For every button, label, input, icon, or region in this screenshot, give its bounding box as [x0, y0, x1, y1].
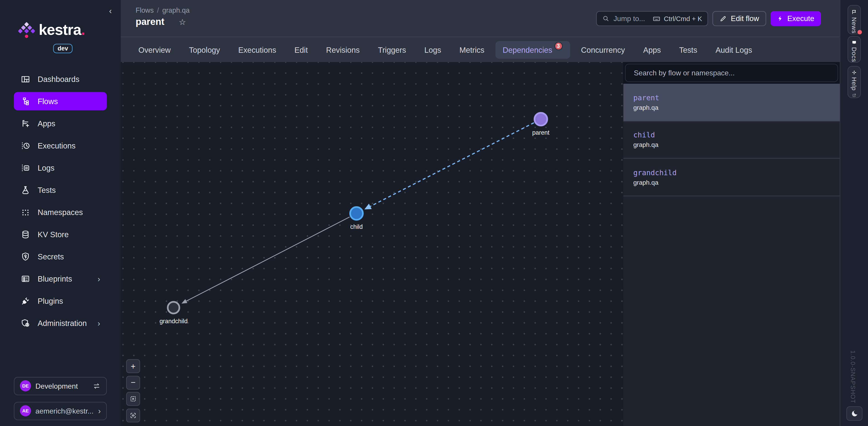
tab-triggers[interactable]: Triggers	[371, 41, 413, 58]
bolt-icon	[777, 15, 783, 22]
sidebar-item-logs[interactable]: Logs	[14, 159, 107, 177]
book-icon	[851, 40, 857, 45]
news-notification-dot	[857, 30, 862, 34]
sidebar-item-executions[interactable]: Executions	[14, 136, 107, 154]
news-button[interactable]: News	[847, 5, 861, 34]
sidebar-item-apps[interactable]: Apps	[14, 114, 107, 133]
sidebar-item-label: Administration	[38, 318, 87, 327]
fit-view-button[interactable]	[126, 408, 140, 422]
moon-icon	[850, 409, 858, 417]
flow-node-parent[interactable]	[534, 113, 547, 125]
tab-tests[interactable]: Tests	[672, 41, 705, 58]
sidebar-item-label: Secrets	[38, 252, 64, 261]
kestra-logo-text: kestra.	[39, 21, 85, 38]
dashed-box-x-icon	[129, 395, 137, 402]
news-label: News	[851, 18, 857, 34]
flow-node-grandchild[interactable]	[168, 302, 179, 313]
kestra-logo[interactable]: kestra.	[18, 21, 85, 39]
dependencies-search	[623, 62, 840, 84]
tab-logs[interactable]: Logs	[417, 41, 448, 58]
main-area: Flows/graph.qa parent ☆ Jump to... Ctrl/…	[121, 0, 840, 426]
dependency-list-item-grandchild[interactable]: grandchild graph.qa	[623, 159, 840, 196]
sidebar-item-label: Plugins	[38, 296, 63, 305]
sidebar-item-flows[interactable]: Flows	[14, 92, 107, 110]
search-icon	[602, 15, 610, 22]
keyboard-icon	[653, 15, 660, 22]
theme-toggle-button[interactable]	[846, 406, 862, 421]
external-link-icon	[851, 93, 857, 97]
clear-selection-button[interactable]	[126, 392, 140, 406]
docs-button[interactable]: Docs	[847, 36, 861, 63]
flow-tabs: Overview Topology Executions Edit Revisi…	[121, 37, 840, 62]
zoom-out-button[interactable]: −	[126, 375, 140, 389]
pencil-icon	[720, 15, 727, 22]
tab-dependencies[interactable]: Dependencies3	[495, 41, 570, 58]
dependency-flow-name: child	[633, 131, 830, 139]
sidebar-item-tests[interactable]: Tests	[14, 181, 107, 199]
dependency-namespace: graph.qa	[633, 104, 830, 111]
right-rail: News Docs Help 1.0.0-SNAPSHOT	[840, 0, 868, 426]
executions-icon	[21, 141, 31, 150]
sidebar-item-namespaces[interactable]: Namespaces	[14, 203, 107, 221]
sidebar-item-dashboards[interactable]: Dashboards	[14, 70, 107, 88]
dependency-namespace: graph.qa	[633, 141, 830, 148]
tab-revisions[interactable]: Revisions	[319, 41, 367, 58]
sidebar-item-label: Logs	[38, 163, 55, 172]
tab-overview[interactable]: Overview	[131, 41, 178, 58]
jump-to-shortcut: Ctrl/Cmd + K	[664, 15, 702, 22]
sidebar-item-secrets[interactable]: Secrets	[14, 247, 107, 265]
tab-topology[interactable]: Topology	[182, 41, 227, 58]
help-button[interactable]: Help	[847, 66, 861, 98]
sidebar-nav: Dashboards Flows Apps Executions	[0, 70, 121, 336]
secrets-icon	[21, 252, 31, 261]
sidebar-item-plugins[interactable]: Plugins	[14, 291, 107, 310]
tab-apps[interactable]: Apps	[636, 41, 668, 58]
workspace-switcher[interactable]: DE Development	[14, 377, 107, 395]
sidebar-item-label: Executions	[38, 141, 76, 150]
workspace-name: Development	[35, 381, 78, 390]
dependency-edge-child-grandchild	[186, 217, 349, 301]
sidebar-item-administration[interactable]: Administration ›	[14, 314, 107, 332]
user-avatar: AE	[20, 405, 31, 416]
execute-label: Execute	[787, 15, 814, 23]
dependency-edge-arrow	[182, 299, 187, 304]
breadcrumb-flows[interactable]: Flows	[135, 6, 154, 14]
sidebar-item-label: KV Store	[38, 230, 69, 238]
tab-edit[interactable]: Edit	[287, 41, 315, 58]
dependency-graph-canvas[interactable]: parentchildgrandchild + −	[121, 62, 623, 426]
tab-concurrency[interactable]: Concurrency	[574, 41, 632, 58]
edit-flow-button[interactable]: Edit flow	[712, 11, 766, 26]
page-title: parent	[135, 17, 164, 28]
sidebar-collapse-icon[interactable]: ‹	[109, 6, 112, 15]
zoom-in-button[interactable]: +	[126, 359, 140, 373]
dependencies-panel: parent graph.qa child graph.qa grandchil…	[623, 62, 840, 426]
jump-to-placeholder: Jump to...	[614, 15, 645, 23]
dependency-list-item-parent[interactable]: parent graph.qa	[623, 84, 840, 121]
execute-button[interactable]: Execute	[771, 11, 821, 26]
breadcrumb-namespace[interactable]: graph.qa	[162, 6, 190, 14]
tab-audit-logs[interactable]: Audit Logs	[708, 41, 760, 58]
dependencies-search-input[interactable]	[625, 64, 838, 82]
chevron-right-icon: ›	[98, 319, 100, 326]
plugins-icon	[21, 296, 31, 306]
dependency-list-item-child[interactable]: child graph.qa	[623, 121, 840, 159]
chevron-right-icon: ›	[98, 407, 101, 415]
dependency-graph-svg: parentchildgrandchild	[121, 62, 623, 426]
flow-header: Flows/graph.qa parent ☆ Jump to... Ctrl/…	[121, 0, 840, 37]
slack-icon	[851, 70, 857, 75]
flow-node-label-grandchild: grandchild	[160, 318, 188, 324]
jump-to-search[interactable]: Jump to... Ctrl/Cmd + K	[596, 11, 708, 26]
sidebar-item-label: Blueprints	[38, 274, 72, 283]
help-label: Help	[851, 78, 857, 91]
logs-icon	[21, 163, 31, 173]
favorite-star-icon[interactable]: ☆	[179, 18, 186, 27]
user-menu[interactable]: AE aemerich@kestr... ›	[14, 402, 107, 420]
sidebar-item-label: Apps	[38, 119, 55, 127]
tab-metrics[interactable]: Metrics	[452, 41, 492, 58]
flow-node-child[interactable]	[350, 207, 363, 220]
sidebar-item-blueprints[interactable]: Blueprints ›	[14, 269, 107, 288]
sidebar-item-kv-store[interactable]: KV Store	[14, 225, 107, 243]
version-label: 1.0.0-SNAPSHOT	[850, 350, 856, 403]
edit-flow-label: Edit flow	[731, 15, 759, 23]
tab-executions[interactable]: Executions	[231, 41, 283, 58]
